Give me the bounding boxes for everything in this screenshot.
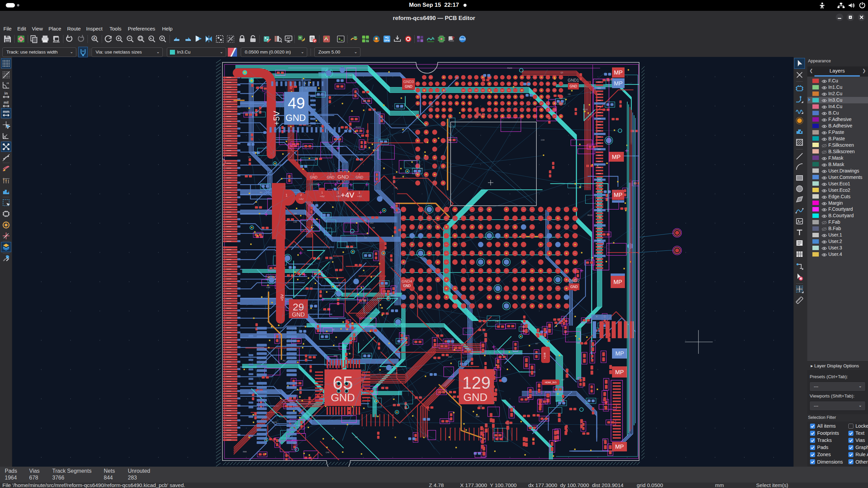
svg-text:HQ: HQ — [385, 36, 389, 39]
svg-text:in: in — [4, 91, 8, 95]
svg-text:C45: C45 — [266, 286, 270, 288]
svg-text:GND2: GND2 — [568, 279, 580, 283]
svg-text:R103: R103 — [272, 421, 277, 423]
svg-text:29: 29 — [293, 301, 304, 312]
svg-text:GND: GND — [292, 311, 305, 318]
svg-text:MP: MP — [614, 69, 623, 76]
svg-text:U7: U7 — [562, 379, 565, 381]
svg-text:U12: U12 — [397, 211, 401, 213]
svg-text:GND: GND — [570, 285, 578, 289]
svg-text:MP: MP — [612, 154, 621, 160]
svg-text:A: A — [93, 36, 96, 40]
svg-text:GND1: GND1 — [568, 78, 579, 83]
svg-text:R88: R88 — [243, 451, 247, 453]
svg-text:R1: R1 — [260, 191, 262, 194]
svg-text:49: 49 — [288, 94, 305, 112]
svg-text:C8: C8 — [577, 342, 579, 344]
svg-text:1: 1 — [358, 191, 360, 194]
svg-text:R103: R103 — [588, 214, 593, 216]
svg-text:+5V: +5V — [280, 294, 284, 301]
svg-text:MP: MP — [614, 80, 623, 87]
svg-text:Q3: Q3 — [364, 219, 367, 221]
svg-text:GND: GND — [405, 85, 412, 88]
svg-text:HDMI_3V3: HDMI_3V3 — [545, 381, 556, 384]
svg-text:GND: GND — [463, 391, 487, 403]
svg-text:U7: U7 — [267, 321, 270, 323]
svg-text:MP: MP — [613, 279, 622, 285]
svg-text:+4V: +4V — [357, 195, 362, 198]
svg-text:+4V: +4V — [336, 195, 341, 198]
svg-text:Q3: Q3 — [560, 72, 564, 74]
svg-text:R103: R103 — [583, 108, 588, 110]
svg-text:mm: mm — [3, 109, 9, 114]
svg-text:C8: C8 — [568, 93, 571, 95]
svg-text:129: 129 — [462, 373, 490, 392]
svg-text:C45: C45 — [293, 221, 297, 223]
svg-text:2: 2 — [359, 173, 360, 176]
svg-text:?: ? — [452, 36, 455, 41]
svg-text:rθ: rθ — [6, 82, 9, 85]
svg-text:GND: GND — [337, 174, 349, 180]
svg-text:C120: C120 — [306, 125, 311, 127]
svg-text:GND: GND — [570, 84, 577, 88]
svg-text:MP: MP — [615, 444, 624, 450]
svg-text:R88: R88 — [334, 355, 338, 357]
svg-text:MP: MP — [615, 369, 624, 375]
svg-text:U7: U7 — [590, 92, 593, 94]
svg-text:C8: C8 — [372, 227, 375, 229]
svg-text:C33: C33 — [541, 139, 545, 141]
svg-text:65: 65 — [333, 372, 353, 393]
svg-text:+4V: +4V — [341, 191, 354, 199]
svg-text:C33: C33 — [429, 105, 433, 107]
svg-text:C45: C45 — [326, 451, 330, 453]
svg-text:Q3: Q3 — [294, 212, 297, 215]
svg-text:R1: R1 — [335, 290, 338, 292]
svg-text:DFM: DFM — [384, 39, 389, 42]
svg-text:C45: C45 — [495, 321, 499, 323]
svg-text:2: 2 — [313, 173, 315, 176]
svg-text:R88: R88 — [476, 415, 480, 418]
svg-text:C45: C45 — [589, 114, 593, 116]
svg-text:J@LC: J@LC — [459, 38, 466, 40]
svg-text:R103: R103 — [507, 67, 512, 69]
svg-text:MP: MP — [615, 350, 624, 357]
svg-text:1: 1 — [285, 194, 288, 197]
svg-text:C45: C45 — [349, 74, 353, 76]
svg-text:GND: GND — [403, 284, 411, 288]
svg-text:U7: U7 — [248, 156, 251, 158]
svg-text:GND: GND — [327, 176, 334, 179]
svg-text:C8: C8 — [355, 436, 358, 438]
svg-text:GND3: GND3 — [403, 80, 414, 84]
svg-text:+1V8: +1V8 — [543, 352, 546, 359]
svg-text:C8: C8 — [394, 187, 397, 189]
svg-text:L2: L2 — [332, 328, 334, 330]
svg-text:mil: mil — [4, 101, 9, 104]
svg-text:U12: U12 — [370, 222, 374, 224]
svg-text:MP: MP — [614, 192, 623, 198]
svg-text:+5V: +5V — [272, 111, 281, 125]
svg-text:1: 1 — [321, 191, 323, 194]
svg-text:FB: FB — [366, 40, 369, 42]
svg-text:U12: U12 — [478, 405, 482, 407]
